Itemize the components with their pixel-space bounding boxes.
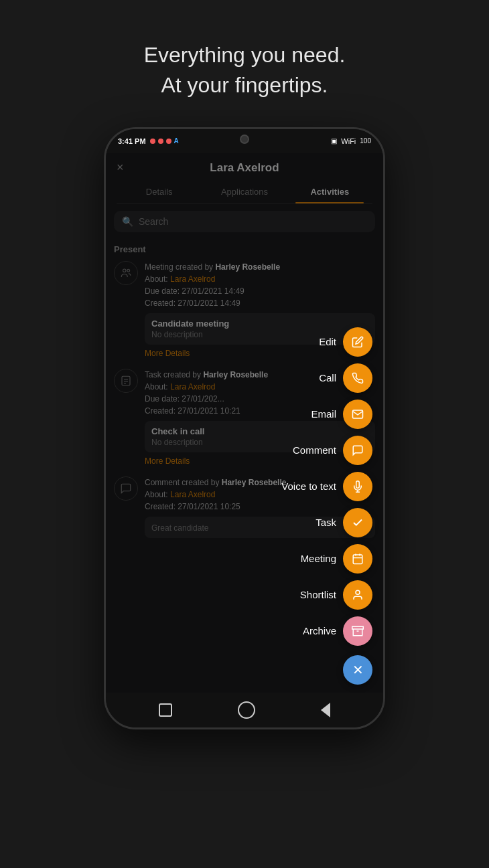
- fab-call-label: Call: [319, 372, 336, 383]
- nav-home-button[interactable]: [238, 701, 255, 719]
- fab-shortlist-label: Shortlist: [300, 589, 336, 600]
- camera-notch: [240, 135, 249, 144]
- fab-shortlist-button[interactable]: [343, 580, 372, 610]
- fab-item-task: Task: [316, 508, 372, 537]
- status-app-icons: A: [150, 137, 179, 145]
- fab-call-button[interactable]: [343, 363, 372, 393]
- svg-rect-8: [353, 555, 362, 564]
- svg-point-12: [356, 590, 360, 594]
- fab-item-archive: Archive: [303, 616, 372, 646]
- battery-indicator: 100: [360, 137, 371, 145]
- fab-meeting-label: Meeting: [301, 553, 336, 564]
- fab-close-button[interactable]: ✕: [343, 655, 372, 685]
- fab-item-shortlist: Shortlist: [300, 580, 372, 610]
- fab-task-button[interactable]: [343, 508, 372, 537]
- status-bar: 3:41 PM A ▣ WiFi 100: [106, 129, 383, 153]
- status-time: 3:41 PM A: [118, 137, 179, 145]
- fab-archive-button[interactable]: [343, 616, 372, 646]
- fab-item-email: Email: [311, 400, 372, 429]
- fab-item-voice: Voice to text: [281, 472, 372, 501]
- fab-meeting-button[interactable]: [343, 544, 372, 574]
- fab-edit-label: Edit: [319, 336, 336, 347]
- fab-email-button[interactable]: [343, 400, 372, 429]
- hero-line2: At your fingertips.: [144, 70, 346, 100]
- phone-screen: × Lara Axelrod Details Applications Acti…: [106, 153, 383, 693]
- fab-item-call: Call: [319, 363, 372, 393]
- fab-item-comment: Comment: [293, 436, 372, 465]
- fab-item-edit: Edit: [319, 327, 372, 357]
- fab-archive-label: Archive: [303, 625, 336, 636]
- fab-email-label: Email: [311, 408, 336, 420]
- fab-overlay: Edit Call Email: [106, 153, 383, 693]
- nav-back-button[interactable]: [321, 703, 330, 717]
- fab-task-label: Task: [316, 517, 336, 528]
- svg-rect-13: [352, 626, 364, 629]
- fab-voice-label: Voice to text: [281, 481, 336, 492]
- hero-line1: Everything you need.: [144, 40, 346, 70]
- fab-comment-label: Comment: [293, 444, 336, 456]
- phone-nav: [106, 693, 383, 727]
- nav-recents-button[interactable]: [159, 703, 172, 717]
- fab-edit-button[interactable]: [343, 327, 372, 357]
- hero-text: Everything you need. At your fingertips.: [144, 40, 346, 100]
- fab-voice-button[interactable]: [343, 472, 372, 501]
- phone-shell: 3:41 PM A ▣ WiFi 100 × Lara Axelrod: [104, 127, 385, 729]
- status-right-icons: ▣ WiFi 100: [331, 137, 371, 145]
- fab-item-meeting: Meeting: [301, 544, 372, 574]
- fab-comment-button[interactable]: [343, 436, 372, 465]
